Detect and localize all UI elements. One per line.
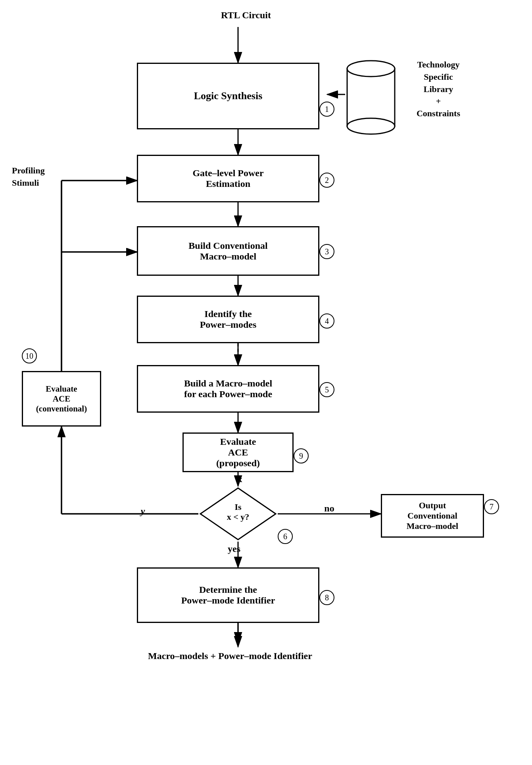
determine-power-mode-box: Determine thePower–mode Identifier — [137, 567, 319, 623]
bottom-output-label: Macro–models + Power–mode Identifier — [111, 651, 349, 661]
diamond-shape: Is x < y? — [198, 486, 278, 542]
badge-10: 10 — [22, 348, 37, 363]
yes-label: yes — [222, 544, 246, 554]
profiling-stimuli-label: Profiling Stimuli — [12, 165, 60, 189]
diagram-container: RTL Circuit Logic Synthesis 1 Technology… — [0, 0, 532, 765]
build-macro-model-box: Build a Macro–modelfor each Power–mode — [137, 365, 319, 413]
badge-1: 1 — [319, 102, 334, 117]
badge-4: 4 — [319, 313, 334, 329]
svg-text:Is: Is — [234, 502, 242, 512]
logic-synthesis-box: Logic Synthesis — [137, 63, 319, 129]
svg-point-22 — [347, 118, 395, 134]
badge-6: 6 — [278, 529, 293, 544]
svg-point-21 — [347, 61, 395, 77]
svg-rect-20 — [347, 69, 395, 126]
no-label: no — [317, 503, 341, 514]
output-conventional-box: OutputConventionalMacro–model — [381, 494, 484, 538]
svg-text:x < y?: x < y? — [227, 512, 250, 522]
evaluate-ace-conventional-box: EvaluateACE(conventional) — [22, 371, 101, 427]
x-label: x — [234, 474, 246, 484]
badge-7: 7 — [484, 499, 499, 514]
rtl-circuit-label: RTL Circuit — [206, 10, 286, 21]
badge-3: 3 — [319, 244, 334, 259]
evaluate-ace-proposed-box: EvaluateACE(proposed) — [182, 432, 294, 472]
badge-8: 8 — [319, 590, 334, 605]
gate-level-box: Gate–level PowerEstimation — [137, 155, 319, 202]
y-label: y — [135, 506, 151, 517]
technology-library-shape — [345, 59, 397, 136]
build-conventional-box: Build ConventionalMacro–model — [137, 226, 319, 276]
identify-power-modes-box: Identify thePower–modes — [137, 296, 319, 343]
badge-9: 9 — [294, 448, 309, 463]
technology-library-label: Technology Specific Library + Constraint… — [399, 59, 478, 120]
badge-2: 2 — [319, 173, 334, 188]
badge-5: 5 — [319, 382, 334, 397]
